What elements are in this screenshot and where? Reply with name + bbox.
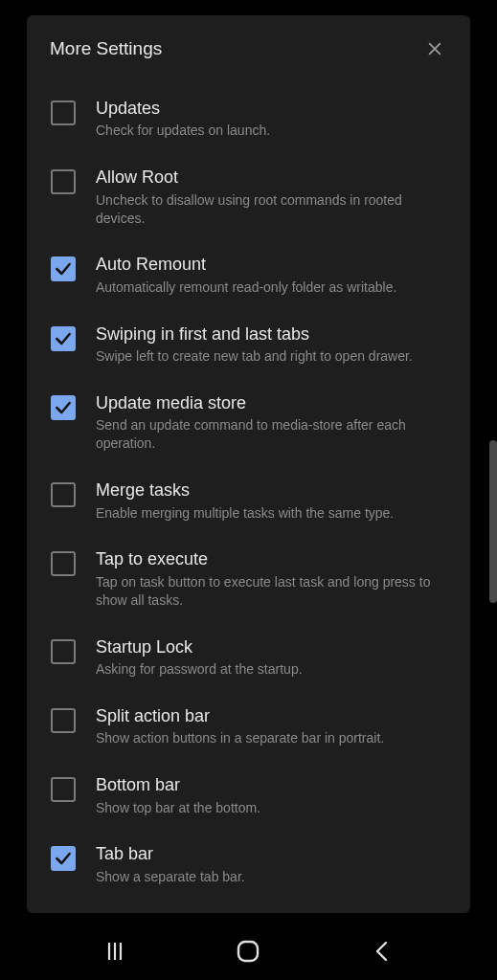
setting-description: Enable merging multiple tasks with the s…	[96, 504, 447, 523]
setting-item[interactable]: Allow RootUncheck to disallow using root…	[50, 157, 447, 244]
setting-text: Startup LockAsking for password at the s…	[96, 636, 447, 679]
checkbox[interactable]	[51, 551, 76, 576]
back-button[interactable]	[363, 932, 401, 970]
setting-description: Automatically remount read-only folder a…	[96, 278, 447, 297]
setting-description: Check for updates on launch.	[96, 122, 447, 140]
recents-icon	[103, 941, 126, 962]
setting-title: Auto Remount	[96, 254, 447, 276]
svg-rect-3	[238, 942, 258, 961]
setting-description: Asking for password at the startup.	[96, 660, 447, 679]
checkbox-wrap[interactable]	[50, 100, 77, 126]
setting-title: Updates	[96, 98, 447, 120]
setting-text: Bottom barShow top bar at the bottom.	[96, 774, 447, 816]
checkbox-wrap[interactable]	[50, 481, 77, 508]
setting-title: Bottom bar	[96, 774, 447, 796]
setting-item[interactable]: Tap to executeTap on task button to exec…	[50, 539, 447, 626]
setting-item[interactable]: Update media storeSend an update command…	[50, 383, 447, 470]
checkbox[interactable]	[51, 482, 76, 507]
checkbox[interactable]	[51, 708, 76, 733]
setting-text: Merge tasksEnable merging multiple tasks…	[96, 479, 447, 522]
settings-dialog: More Settings UpdatesCheck for updates o…	[27, 15, 470, 913]
home-icon	[236, 939, 260, 964]
navigation-bar	[0, 923, 497, 980]
setting-text: Split action barShow action buttons in a…	[96, 705, 447, 747]
setting-description: Show top bar at the bottom.	[96, 799, 447, 817]
check-icon	[54, 259, 73, 278]
checkbox[interactable]	[51, 395, 76, 420]
setting-item[interactable]: UpdatesCheck for updates on launch.	[50, 88, 447, 157]
check-icon	[54, 329, 73, 348]
checkbox[interactable]	[51, 169, 76, 194]
checkbox-wrap[interactable]	[50, 256, 77, 282]
setting-title: Update media store	[96, 392, 447, 414]
setting-text: Swiping in first and last tabsSwipe left…	[96, 323, 447, 366]
checkbox-wrap[interactable]	[50, 325, 77, 352]
checkbox-wrap[interactable]	[50, 394, 77, 421]
setting-description: Show a separate tab bar.	[96, 868, 447, 886]
setting-text: Tap to executeTap on task button to exec…	[96, 548, 447, 609]
setting-title: Tab bar	[96, 843, 447, 865]
setting-text: Auto RemountAutomatically remount read-o…	[96, 254, 447, 296]
recents-button[interactable]	[96, 932, 134, 970]
setting-text: Allow RootUncheck to disallow using root…	[96, 167, 447, 227]
checkbox-wrap[interactable]	[50, 550, 77, 577]
setting-title: Split action bar	[96, 705, 447, 727]
checkbox-wrap[interactable]	[50, 776, 77, 803]
checkbox[interactable]	[51, 777, 76, 802]
setting-description: Show action buttons in a separate bar in…	[96, 729, 447, 747]
check-icon	[54, 398, 73, 417]
checkbox-wrap[interactable]	[50, 168, 77, 195]
checkbox-wrap[interactable]	[50, 707, 77, 734]
setting-item[interactable]: Tool barShow a separate tool bar.	[50, 903, 447, 913]
setting-item[interactable]: Bottom barShow top bar at the bottom.	[50, 765, 447, 834]
setting-description: Uncheck to disallow using root commands …	[96, 191, 447, 228]
checkbox[interactable]	[51, 256, 76, 281]
scroll-indicator[interactable]	[489, 440, 497, 603]
setting-description: Tap on task button to execute last task …	[96, 573, 447, 610]
setting-title: Tap to execute	[96, 548, 447, 570]
dialog-title: More Settings	[50, 38, 162, 59]
close-button[interactable]	[422, 36, 447, 61]
setting-item[interactable]: Swiping in first and last tabsSwipe left…	[50, 314, 447, 383]
setting-item[interactable]: Auto RemountAutomatically remount read-o…	[50, 244, 447, 313]
setting-title: Allow Root	[96, 167, 447, 189]
check-icon	[54, 849, 73, 868]
checkbox[interactable]	[51, 326, 76, 351]
checkbox-wrap[interactable]	[50, 638, 77, 665]
setting-title: Startup Lock	[96, 636, 447, 658]
home-button[interactable]	[229, 932, 267, 970]
setting-item[interactable]: Split action barShow action buttons in a…	[50, 696, 447, 765]
back-icon	[373, 940, 392, 963]
setting-title: Swiping in first and last tabs	[96, 323, 447, 345]
setting-item[interactable]: Tab barShow a separate tab bar.	[50, 834, 447, 902]
setting-title: Merge tasks	[96, 479, 447, 501]
setting-text: Tab barShow a separate tab bar.	[96, 843, 447, 885]
checkbox-wrap[interactable]	[50, 845, 77, 872]
setting-description: Swipe left to create new tab and right t…	[96, 347, 447, 366]
checkbox[interactable]	[51, 846, 76, 871]
close-icon	[425, 39, 444, 58]
setting-item[interactable]: Startup LockAsking for password at the s…	[50, 627, 447, 696]
settings-list: UpdatesCheck for updates on launch.Allow…	[50, 88, 447, 913]
setting-text: Update media storeSend an update command…	[96, 392, 447, 453]
checkbox[interactable]	[51, 100, 76, 125]
setting-text: UpdatesCheck for updates on launch.	[96, 98, 447, 140]
setting-item[interactable]: Merge tasksEnable merging multiple tasks…	[50, 470, 447, 539]
dialog-header: More Settings	[50, 36, 447, 61]
checkbox[interactable]	[51, 639, 76, 664]
setting-description: Send an update command to media-store af…	[96, 416, 447, 453]
